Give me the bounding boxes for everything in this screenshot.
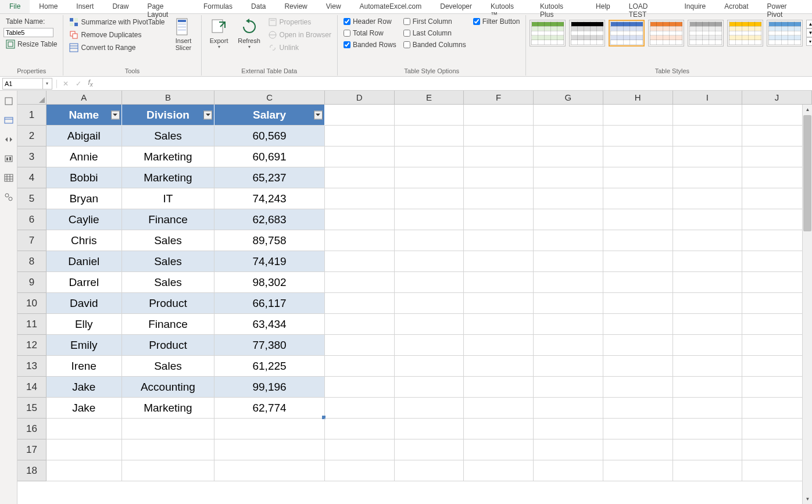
cell[interactable] — [464, 126, 534, 146]
row-header-14[interactable]: 14 — [17, 377, 46, 398]
cell[interactable] — [464, 188, 534, 209]
cell[interactable] — [464, 293, 534, 314]
cell[interactable] — [464, 251, 534, 272]
remove-duplicates-button[interactable]: Remove Duplicates — [67, 29, 167, 41]
cell[interactable]: Irene — [46, 356, 122, 377]
cell[interactable] — [603, 439, 673, 460]
side-icon-6[interactable] — [4, 192, 13, 203]
cell[interactable] — [534, 460, 603, 481]
cell[interactable] — [603, 419, 673, 439]
cell[interactable] — [395, 356, 464, 377]
cell[interactable] — [122, 419, 215, 439]
cell[interactable] — [464, 419, 534, 439]
cell[interactable]: Name — [46, 105, 122, 126]
column-header-J[interactable]: J — [742, 91, 812, 105]
tab-developer[interactable]: Developer — [431, 0, 481, 13]
cell[interactable] — [603, 126, 673, 146]
cell[interactable] — [534, 419, 603, 439]
cell[interactable] — [534, 335, 603, 356]
column-header-A[interactable]: A — [46, 91, 122, 105]
convert-range-button[interactable]: Convert to Range — [67, 42, 167, 53]
cell[interactable] — [673, 356, 743, 377]
cell[interactable]: Caylie — [46, 209, 122, 230]
cell[interactable] — [673, 209, 743, 230]
row-header-4[interactable]: 4 — [17, 167, 46, 188]
gallery-down-icon[interactable]: ▼ — [806, 28, 812, 37]
last-column-checkbox[interactable]: Last Column — [401, 28, 468, 38]
cell[interactable] — [673, 377, 743, 398]
cell[interactable]: Daniel — [46, 251, 122, 272]
cell[interactable]: 74,243 — [214, 188, 325, 209]
row-header-3[interactable]: 3 — [17, 146, 46, 167]
cell[interactable]: 62,683 — [214, 209, 325, 230]
resize-table-button[interactable]: Resize Table — [3, 38, 59, 50]
cell[interactable] — [214, 460, 325, 481]
cell[interactable] — [122, 439, 215, 460]
cell[interactable] — [464, 439, 534, 460]
cell[interactable]: 98,302 — [214, 272, 325, 293]
cell[interactable] — [395, 419, 464, 439]
cell[interactable]: Annie — [46, 146, 122, 167]
cell[interactable] — [464, 314, 534, 335]
banded-rows-checkbox[interactable]: Banded Rows — [341, 40, 399, 50]
cell[interactable] — [325, 251, 395, 272]
tab-formulas[interactable]: Formulas — [194, 0, 242, 13]
tab-help[interactable]: Help — [586, 0, 620, 13]
cell[interactable]: Abigail — [46, 126, 122, 146]
cell[interactable] — [46, 419, 122, 439]
cell[interactable]: Finance — [122, 209, 215, 230]
cell[interactable] — [325, 419, 395, 439]
cell[interactable] — [325, 272, 395, 293]
cell[interactable] — [603, 188, 673, 209]
cell[interactable] — [395, 105, 464, 126]
cell[interactable] — [603, 167, 673, 188]
cell[interactable] — [673, 398, 743, 419]
cell[interactable]: David — [46, 293, 122, 314]
tab-data[interactable]: Data — [242, 0, 275, 13]
cell[interactable] — [395, 398, 464, 419]
cell[interactable] — [603, 105, 673, 126]
row-header-16[interactable]: 16 — [17, 419, 46, 439]
filter-button-checkbox[interactable]: Filter Button — [471, 16, 523, 27]
table-name-input[interactable] — [3, 28, 53, 37]
cell[interactable] — [534, 314, 603, 335]
cell[interactable] — [395, 167, 464, 188]
side-icon-2[interactable] — [4, 116, 13, 127]
cell[interactable] — [534, 146, 603, 167]
row-header-17[interactable]: 17 — [17, 439, 46, 460]
first-column-checkbox[interactable]: First Column — [401, 16, 468, 27]
cell[interactable] — [673, 460, 743, 481]
total-row-checkbox[interactable]: Total Row — [341, 28, 399, 38]
cell[interactable] — [395, 146, 464, 167]
cell[interactable] — [325, 167, 395, 188]
cell[interactable] — [534, 377, 603, 398]
table-style-swatch[interactable] — [530, 20, 566, 47]
cell[interactable] — [395, 314, 464, 335]
insert-slicer-button[interactable]: Insert Slicer — [170, 16, 198, 52]
side-icon-4[interactable] — [4, 154, 13, 165]
tab-page-layout[interactable]: Page Layout — [138, 0, 194, 13]
gallery-up-icon[interactable]: ▲ — [806, 20, 812, 28]
side-icon-5[interactable] — [4, 173, 13, 184]
table-style-swatch[interactable] — [688, 20, 724, 47]
table-style-swatch[interactable] — [727, 20, 763, 47]
cell[interactable] — [673, 439, 743, 460]
cell[interactable]: 77,380 — [214, 335, 325, 356]
column-header-H[interactable]: H — [603, 91, 673, 105]
cell[interactable] — [464, 105, 534, 126]
cell[interactable] — [603, 377, 673, 398]
cell[interactable] — [673, 105, 743, 126]
cell[interactable]: Accounting — [122, 377, 215, 398]
name-box-input[interactable] — [3, 80, 42, 87]
cell[interactable]: 74,419 — [214, 251, 325, 272]
table-style-swatch[interactable] — [648, 20, 684, 47]
cell[interactable] — [325, 188, 395, 209]
cell[interactable] — [673, 293, 743, 314]
cell[interactable]: Jake — [46, 398, 122, 419]
cell[interactable] — [464, 460, 534, 481]
table-style-swatch[interactable] — [767, 20, 803, 47]
cell[interactable]: Sales — [122, 356, 215, 377]
gallery-more-icon[interactable]: ▾ — [806, 37, 812, 46]
cell[interactable] — [603, 209, 673, 230]
cell[interactable] — [122, 460, 215, 481]
